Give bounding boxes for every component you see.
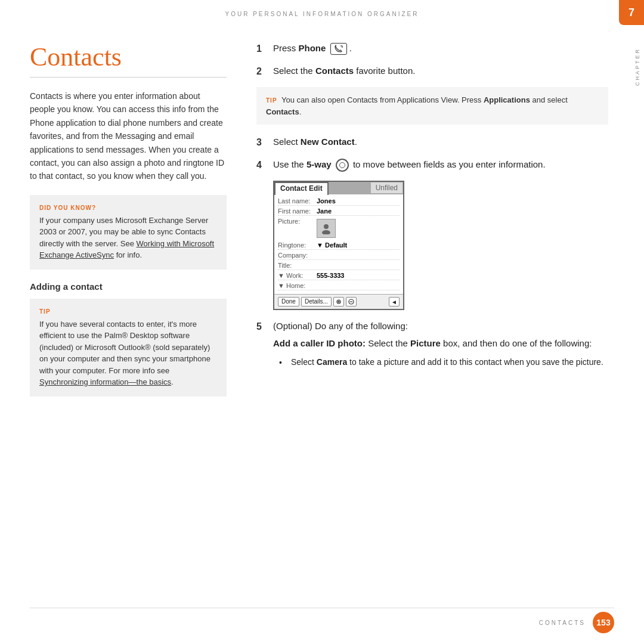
title-label: Title: <box>278 262 317 269</box>
contact-company-row: Company: <box>278 251 400 260</box>
arrow-button[interactable]: ◄ <box>389 297 400 306</box>
footer-section-label: CONTACTS <box>539 620 586 626</box>
right-column: 1 Press Phone . 2 Select the Contacts fa… <box>256 42 608 382</box>
bullet-1-rest: to take a picture and add it to this con… <box>347 357 603 367</box>
step-2-number: 2 <box>256 64 273 79</box>
svg-point-3 <box>322 230 330 234</box>
left-column: Contacts Contacts is where you enter inf… <box>30 42 227 408</box>
contact-work-row: ▼ Work: 555-3333 <box>278 271 400 280</box>
step-1-prefix: Press <box>273 43 299 53</box>
contact-body: Last name: Jones First name: Jane Pictur… <box>274 194 403 294</box>
step-1-number: 1 <box>256 42 273 56</box>
contact-tab-inactive: Unfiled <box>370 182 403 194</box>
intro-text: Contacts is where you enter information … <box>30 89 227 183</box>
step-4-prefix: Use the <box>273 159 306 169</box>
tip-text-left: If you have several contacts to enter, i… <box>39 320 210 375</box>
step-3: 3 Select New Contact. <box>256 135 608 150</box>
bullet-1-text: Select Camera to take a picture and add … <box>291 356 603 369</box>
chapter-number-badge: 7 <box>619 0 644 25</box>
footer-divider <box>30 608 614 608</box>
step-3-number: 3 <box>256 135 273 150</box>
step-1-content: Press Phone . <box>273 42 608 55</box>
contact-icon-btn-1[interactable] <box>333 297 344 306</box>
page-title: Contacts <box>30 42 227 72</box>
contact-header-row: Contact Edit Unfiled <box>274 182 403 194</box>
step-5: 5 (Optional) Do any of the following: Ad… <box>256 320 608 374</box>
company-label: Company: <box>278 252 317 259</box>
step-2: 2 Select the Contacts favorite button. <box>256 64 608 79</box>
step-4-number: 4 <box>256 158 273 172</box>
contact-home-row: ▼ Home: <box>278 281 400 290</box>
phone-icon <box>330 43 347 55</box>
contact-tab-active: Contact Edit <box>274 182 329 195</box>
step-5-content: (Optional) Do any of the following: Add … <box>273 320 608 374</box>
did-you-know-label: DID YOU KNOW? <box>39 203 217 212</box>
done-button[interactable]: Done <box>278 297 299 306</box>
first-name-val: Jane <box>317 208 332 215</box>
contact-picture-row: Picture: <box>278 217 400 240</box>
contact-photo <box>317 219 336 238</box>
step-3-suffix: . <box>355 137 357 147</box>
did-you-know-box: DID YOU KNOW? If your company uses Micro… <box>30 195 227 270</box>
work-val: 555-3333 <box>317 272 345 279</box>
details-button[interactable]: Details... <box>301 297 332 306</box>
step-4: 4 Use the 5-way to move between fields a… <box>256 158 608 172</box>
picture-bold: Picture <box>410 338 441 348</box>
step-5-sub-text2: box, and then do one of the following: <box>441 338 592 348</box>
contact-icon-btn-2[interactable] <box>346 297 357 306</box>
add-caller-id-bold: Add a caller ID photo: <box>273 338 366 348</box>
bullet-1: • Select Camera to take a picture and ad… <box>279 356 608 369</box>
first-name-label: First name: <box>278 208 317 215</box>
tip-suffix-left: . <box>171 377 174 386</box>
tip-end: . <box>299 107 302 116</box>
contact-title-row: Title: <box>278 261 400 270</box>
adding-contact-heading: Adding a contact <box>30 281 227 292</box>
svg-point-2 <box>324 224 329 229</box>
contact-first-name-row: First name: Jane <box>278 207 400 216</box>
step-2-prefix: Select the <box>273 66 315 76</box>
step-2-bold: Contacts <box>315 66 354 76</box>
step-1: 1 Press Phone . <box>256 42 608 56</box>
tip-label-right: TIP <box>266 97 277 104</box>
camera-bold: Camera <box>317 357 347 367</box>
contact-last-name-row: Last name: Jones <box>278 197 400 206</box>
tip-text-right: You can also open Contacts from Applicat… <box>281 95 484 104</box>
ringtone-label: Ringtone: <box>278 242 317 249</box>
contact-edit-screenshot: Contact Edit Unfiled Last name: Jones Fi… <box>273 181 404 310</box>
contact-bottom-bar: Done Details... ◄ <box>274 294 403 309</box>
page-tagline: YOUR PERSONAL INFORMATION ORGANIZER <box>0 11 644 17</box>
step-5-sub-text: Select the <box>366 338 410 348</box>
footer-page-number: 153 <box>593 612 614 633</box>
step-4-suffix: to move between fields as you enter info… <box>353 159 546 169</box>
fiveway-icon <box>336 159 349 172</box>
tip-contacts-bold: Contacts <box>266 107 299 116</box>
ringtone-val: ▼ Default <box>317 242 347 249</box>
step-5-prefix: (Optional) Do any of the following: <box>273 321 408 331</box>
contact-ringtone-row: Ringtone: ▼ Default <box>278 241 400 250</box>
tip-box-left: TIP If you have several contacts to ente… <box>30 299 227 397</box>
step-4-bold: 5-way <box>306 159 332 169</box>
step-5-sub: Add a caller ID photo: Select the Pictur… <box>273 337 608 351</box>
step-3-content: Select New Contact. <box>273 135 608 149</box>
tip-label-left: TIP <box>39 307 217 316</box>
step-5-number: 5 <box>256 320 273 334</box>
did-you-know-suffix: for info. <box>114 250 142 259</box>
step-2-suffix: favorite button. <box>354 66 415 76</box>
step-4-content: Use the 5-way to move between fields as … <box>273 158 608 172</box>
tip-applications-bold: Applications <box>484 95 530 104</box>
footer: CONTACTS 153 <box>0 612 644 633</box>
tip-box-right: TIP You can also open Contacts from Appl… <box>256 87 608 125</box>
title-divider <box>30 77 227 78</box>
work-label: ▼ Work: <box>278 272 317 279</box>
tip-mid: and select <box>530 95 568 104</box>
chapter-label: CHAPTER <box>634 48 640 86</box>
step-1-bold: Phone <box>299 43 326 53</box>
step-3-prefix: Select <box>273 137 301 147</box>
step-1-period: . <box>349 43 352 53</box>
picture-label: Picture: <box>278 218 317 225</box>
home-label: ▼ Home: <box>278 282 317 289</box>
sync-link[interactable]: Synchronizing information—the basics <box>39 377 171 386</box>
bullet-dot-1: • <box>279 356 291 369</box>
step-2-content: Select the Contacts favorite button. <box>273 64 608 78</box>
last-name-label: Last name: <box>278 197 317 205</box>
